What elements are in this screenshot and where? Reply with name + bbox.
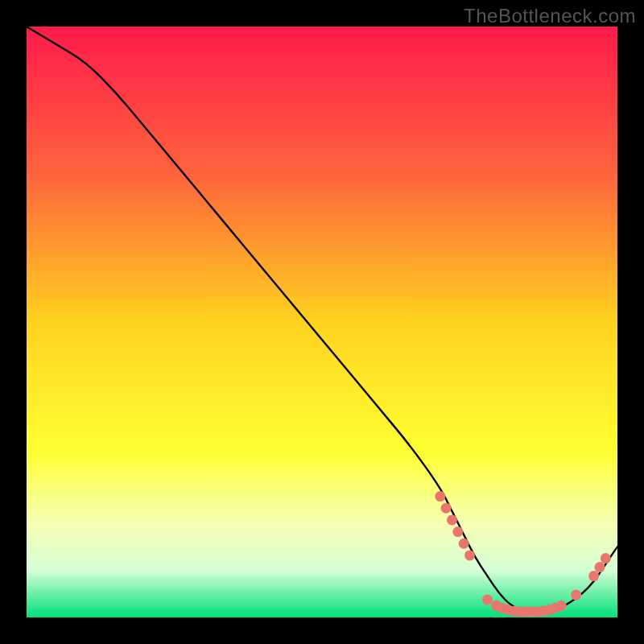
gradient-background [27,27,617,617]
curve-marker [601,553,611,564]
curve-marker [441,503,452,514]
curve-marker [459,539,469,549]
curve-marker [556,601,567,611]
curve-marker [452,526,463,537]
curve-marker [464,550,475,560]
curve-marker [482,594,493,605]
chart-stage: TheBottleneck.com [0,0,644,644]
chart-plot-area [27,27,617,617]
curve-marker [447,514,457,525]
curve-marker [594,562,605,572]
curve-marker [571,590,581,601]
curve-marker [435,491,445,502]
watermark-text: TheBottleneck.com [464,5,636,27]
chart-svg [27,27,617,617]
curve-marker [588,571,599,581]
